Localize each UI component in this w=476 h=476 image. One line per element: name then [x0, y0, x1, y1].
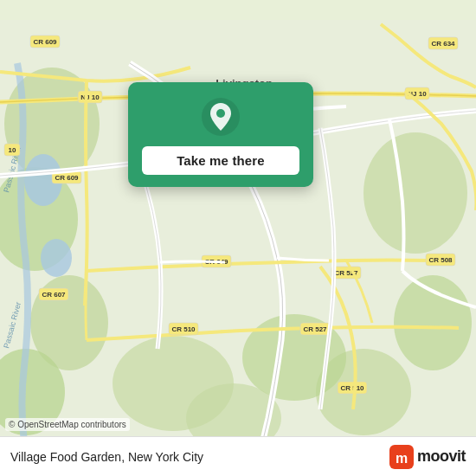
- svg-point-5: [363, 132, 467, 254]
- svg-text:CR 510: CR 510: [340, 384, 364, 392]
- svg-text:CR 609: CR 609: [55, 174, 79, 182]
- svg-text:CR 527: CR 527: [303, 325, 327, 333]
- take-me-there-button[interactable]: Take me there: [142, 146, 299, 175]
- svg-text:10: 10: [9, 146, 16, 154]
- svg-text:NJ 10: NJ 10: [80, 93, 100, 101]
- moovit-brand-icon: m: [389, 445, 414, 469]
- svg-text:CR 634: CR 634: [431, 40, 455, 48]
- bottom-bar: Village Food Garden, New York City m moo…: [0, 436, 476, 476]
- svg-text:CR 510: CR 510: [171, 325, 196, 333]
- map-container: Passaic River Passaic River NJ 10 NJ 10 …: [0, 0, 476, 476]
- svg-text:CR 508: CR 508: [428, 256, 453, 264]
- svg-text:CR 609: CR 609: [33, 38, 57, 46]
- moovit-logo: m moovit: [389, 445, 466, 469]
- osm-text: © OpenStreetMap contributors: [9, 420, 126, 429]
- moovit-brand-name: moovit: [417, 447, 466, 466]
- svg-point-12: [41, 239, 72, 277]
- location-label: Village Food Garden, New York City: [10, 450, 203, 464]
- svg-point-43: [216, 109, 225, 118]
- svg-text:m: m: [396, 451, 408, 466]
- svg-text:CR 607: CR 607: [42, 291, 66, 299]
- map-background: Passaic River Passaic River NJ 10 NJ 10 …: [0, 0, 476, 476]
- popup-card: Take me there: [128, 82, 313, 187]
- osm-attribution: © OpenStreetMap contributors: [5, 418, 130, 431]
- map-pin-icon: [202, 98, 240, 136]
